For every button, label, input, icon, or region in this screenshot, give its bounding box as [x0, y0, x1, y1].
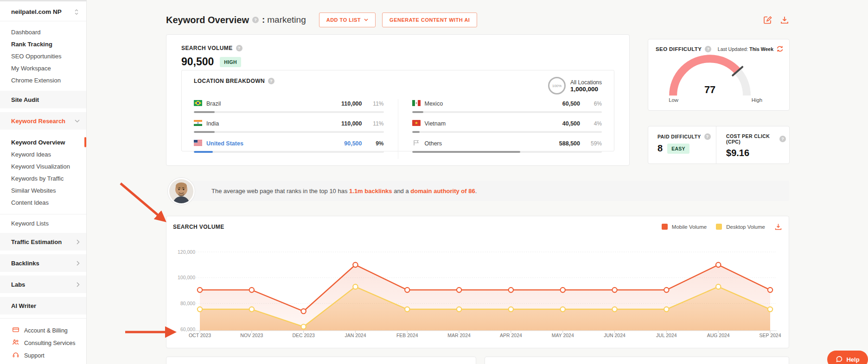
location-breakdown-panel: LOCATION BREAKDOWN ? 100% All Locations …	[181, 70, 614, 151]
help-button[interactable]: Help	[827, 351, 868, 364]
help-tooltip-icon[interactable]: ?	[252, 17, 259, 23]
search-volume-card: SEARCH VOLUME ? 90,500 HIGH LOCATION BRE…	[166, 34, 630, 166]
sidebar-item-dashboard[interactable]: Dashboard	[0, 26, 86, 38]
search-volume-chart-card: SEARCH VOLUME Mobile Volume Desktop Volu…	[166, 216, 789, 348]
chart-title: SEARCH VOLUME	[173, 224, 224, 230]
desktop-data-point	[509, 307, 513, 312]
legend-desktop-volume[interactable]: Desktop Volume	[716, 224, 765, 230]
desktop-data-point	[249, 307, 254, 312]
sidebar-item-rank-tracking[interactable]: Rank Tracking	[0, 38, 86, 50]
sidebar-item-clipped[interactable]	[0, 362, 86, 364]
domain-authority-highlight: domain authority of 86	[410, 188, 475, 195]
active-indicator	[84, 137, 86, 147]
x-axis-tick-label: MAR 2024	[447, 333, 471, 338]
sidebar-item-similar-websites[interactable]: Similar Websites	[0, 184, 86, 196]
keyword-research-submenu: Keyword Overview Keyword Ideas Keyword V…	[0, 133, 86, 211]
x-axis-tick-label: JAN 2024	[345, 333, 366, 338]
generate-content-button[interactable]: GENERATE CONTENT WITH AI	[382, 13, 477, 27]
desktop-data-point	[353, 284, 357, 289]
chevron-down-icon	[364, 19, 368, 21]
keyword-separator: :	[262, 15, 265, 25]
mobile-data-point	[768, 288, 772, 292]
sidebar-main-nav: Dashboard Rank Tracking SEO Opportunitie…	[0, 21, 86, 87]
location-progress-bar	[194, 151, 384, 153]
arrow-to-chart-title	[121, 183, 163, 220]
sidebar-item-labs[interactable]: Labs	[0, 276, 86, 293]
desktop-data-point	[405, 307, 409, 312]
help-tooltip-icon[interactable]: ?	[705, 46, 711, 52]
divider	[0, 318, 86, 319]
account-name: neilpatel.com NP	[11, 8, 62, 15]
location-breakdown-title: LOCATION BREAKDOWN ?	[194, 78, 278, 84]
help-tooltip-icon[interactable]: ?	[704, 133, 711, 140]
chart-download-icon[interactable]	[774, 223, 782, 231]
desktop-data-point	[198, 307, 202, 312]
sidebar-item-keyword-lists[interactable]: Keyword Lists	[0, 217, 86, 229]
help-tooltip-icon[interactable]: ?	[236, 45, 243, 51]
location-row-india: India 110,000 11%	[194, 119, 384, 133]
volume-line-chart[interactable]: 120,000100,00080,00060,000OCT 2023NOV 20…	[166, 236, 790, 347]
sidebar-item-keywords-by-traffic[interactable]: Keywords by Traffic	[0, 172, 86, 184]
help-tooltip-icon[interactable]: ?	[268, 78, 274, 84]
sidebar-item-my-workspace[interactable]: My Workspace	[0, 62, 86, 74]
account-switcher[interactable]: neilpatel.com NP	[0, 1, 86, 21]
refresh-icon[interactable]	[776, 45, 784, 52]
mobile-data-point	[301, 309, 306, 314]
chart-legend: Mobile Volume Desktop Volume	[662, 223, 782, 231]
mobile-data-point	[612, 288, 617, 292]
all-locations-widget: 100% All Locations 1,000,000	[548, 77, 602, 94]
location-row-vietnam: Vietnam 40,500 4%	[412, 119, 602, 133]
chevron-right-icon	[77, 239, 80, 245]
page-header: Keyword Overview ? : marketing ADD TO LI…	[166, 10, 789, 30]
mobile-data-point	[457, 288, 461, 292]
add-to-list-button[interactable]: ADD TO LIST	[319, 13, 376, 27]
chevron-down-icon	[75, 119, 80, 123]
sidebar: neilpatel.com NP Dashboard Rank Tracking…	[0, 0, 87, 364]
sidebar-item-account-billing[interactable]: Account & Billing	[0, 324, 86, 337]
sidebar-item-support[interactable]: Support	[0, 349, 86, 362]
legend-mobile-volume[interactable]: Mobile Volume	[662, 224, 707, 230]
insight-text: The average web page that ranks in the t…	[211, 188, 477, 195]
desktop-data-point	[716, 284, 721, 289]
help-tooltip-icon[interactable]: ?	[779, 136, 786, 142]
sidebar-item-keyword-visualization[interactable]: Keyword Visualization	[0, 160, 86, 172]
all-locations-label: All Locations	[570, 79, 602, 86]
edit-report-icon[interactable]	[763, 15, 772, 25]
page-title: Keyword Overview	[166, 15, 249, 25]
sidebar-item-consulting-services[interactable]: Consulting Services	[0, 337, 86, 349]
download-report-icon[interactable]	[780, 15, 789, 25]
sidebar-item-backlinks[interactable]: Backlinks	[0, 254, 86, 272]
mobile-data-point	[664, 288, 669, 292]
search-volume-title: SEARCH VOLUME ?	[181, 45, 614, 51]
volume-level-badge: HIGH	[220, 57, 241, 67]
sidebar-footer: Account & Billing Consulting Services Su…	[0, 321, 86, 364]
seo-difficulty-score: 77	[704, 84, 715, 95]
all-locations-value: 1,000,000	[570, 86, 602, 93]
sidebar-item-traffic-estimation[interactable]: Traffic Estimation	[0, 233, 86, 251]
desktop-data-point	[301, 324, 306, 329]
divider	[0, 214, 86, 214]
y-axis-tick-label: 120,000	[178, 249, 195, 255]
chevron-right-icon	[77, 261, 80, 266]
x-axis-tick-label: APR 2024	[500, 333, 522, 338]
desktop-data-point	[457, 307, 461, 312]
neil-patel-avatar	[168, 178, 195, 205]
sidebar-item-keyword-ideas[interactable]: Keyword Ideas	[0, 148, 86, 160]
x-axis-tick-label: NOV 2023	[240, 333, 263, 338]
sidebar-item-keyword-research[interactable]: Keyword Research	[0, 112, 86, 130]
location-row-united-states[interactable]: United States 90,500 9%	[194, 139, 384, 153]
location-progress-bar	[412, 151, 602, 153]
mobile-data-point	[249, 288, 254, 292]
keyword-overview-page: neilpatel.com NP Dashboard Rank Tracking…	[0, 0, 868, 364]
seo-difficulty-title: SEO DIFFICULTY ?	[656, 46, 715, 52]
x-axis-tick-label: JUL 2024	[656, 333, 677, 338]
sidebar-item-keyword-overview[interactable]: Keyword Overview	[0, 136, 86, 148]
mobile-data-point	[198, 288, 202, 292]
sidebar-item-chrome-extension[interactable]: Chrome Extension	[0, 74, 86, 86]
sidebar-item-site-audit[interactable]: Site Audit	[0, 91, 86, 108]
sidebar-item-ai-writer[interactable]: AI Writer	[0, 297, 86, 314]
desktop-data-point	[561, 307, 565, 312]
sidebar-item-seo-opportunities[interactable]: SEO Opportunities	[0, 50, 86, 62]
credit-card-icon	[12, 326, 19, 335]
sidebar-item-content-ideas[interactable]: Content Ideas	[0, 196, 86, 208]
